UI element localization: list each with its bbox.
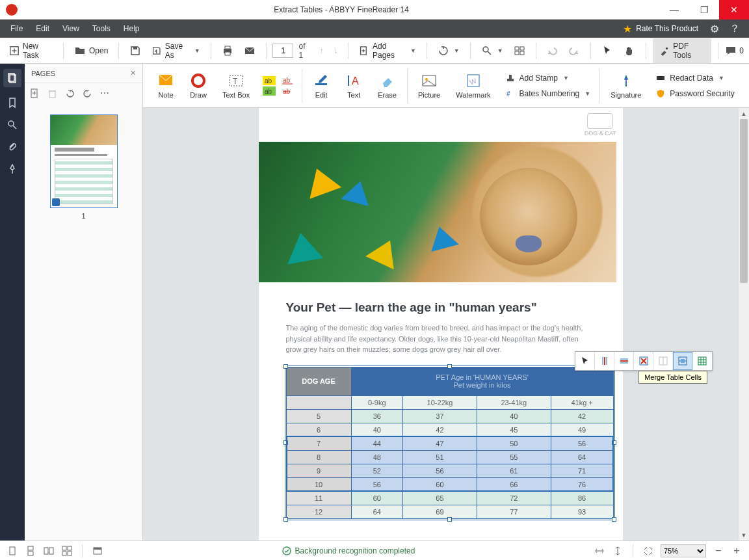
page-thumbnail[interactable]	[50, 114, 118, 208]
split-table-cells[interactable]	[653, 352, 673, 370]
underline-tool[interactable]: ab	[281, 76, 294, 85]
bookmarks-tab-icon[interactable]	[6, 96, 19, 109]
merge-table-cells[interactable]	[673, 352, 692, 370]
scroll-down-icon[interactable]: ▼	[739, 529, 749, 540]
menu-tools[interactable]: Tools	[86, 20, 117, 38]
pages-tab-icon[interactable]	[3, 69, 21, 87]
search-tab-icon[interactable]	[6, 118, 19, 131]
redact-data-button[interactable]: Redact Data▼	[653, 71, 737, 85]
table-pointer-tool[interactable]	[575, 352, 595, 370]
menu-help[interactable]: Help	[117, 20, 146, 38]
fit-width[interactable]	[594, 545, 605, 557]
view-two-page[interactable]	[43, 545, 55, 557]
svg-point-43	[425, 78, 428, 81]
svg-rect-46	[507, 79, 514, 81]
rotate-button[interactable]: ▼	[434, 42, 464, 59]
menu-edit[interactable]: Edit	[29, 20, 56, 38]
page-down-button[interactable]: ↓	[330, 44, 341, 58]
page-number-input[interactable]	[272, 44, 293, 58]
more-pages-icon[interactable]: ⋯	[100, 88, 109, 98]
rate-product[interactable]: ★Rate This Product	[616, 23, 705, 35]
view-single-page[interactable]	[7, 545, 18, 557]
bates-numbering-button[interactable]: #Bates Numbering▼	[503, 87, 594, 101]
maximize-button[interactable]: ❐	[689, 0, 719, 20]
menu-view[interactable]: View	[56, 20, 86, 38]
text-tool[interactable]: AText	[337, 64, 370, 107]
textbox-tool[interactable]: TText Box	[215, 64, 257, 107]
highlight-green[interactable]: ab	[263, 87, 276, 96]
pages-panel-close[interactable]: ✕	[130, 69, 136, 77]
close-button[interactable]: ✕	[719, 0, 749, 20]
pdf-tools-button[interactable]: PDF Tools	[653, 38, 711, 63]
svg-rect-78	[68, 552, 72, 555]
save-button[interactable]	[125, 42, 145, 59]
redo-button[interactable]	[564, 42, 584, 59]
select-table[interactable]	[692, 352, 712, 370]
highlight-tools: ab ab ab ab	[257, 73, 299, 98]
add-page-icon[interactable]	[30, 88, 40, 98]
pointer-tool[interactable]	[598, 42, 617, 59]
email-button[interactable]	[240, 42, 259, 59]
add-pages-button[interactable]: Add Pages▼	[355, 39, 420, 62]
svg-text:ab: ab	[283, 77, 291, 84]
signatures-tab-icon[interactable]	[6, 163, 19, 176]
erase-tool[interactable]: Erase	[370, 64, 404, 107]
svg-rect-72	[28, 552, 33, 555]
fit-page[interactable]	[612, 545, 624, 557]
svg-rect-80	[94, 548, 101, 550]
find-button[interactable]: ▼	[477, 42, 507, 59]
zoom-in[interactable]: +	[731, 545, 742, 557]
rotate-left-icon[interactable]	[65, 88, 75, 98]
print-button[interactable]	[218, 42, 237, 59]
pet-age-table: DOG AGE PET Age in 'HUMAN YEARS' Pet wei…	[286, 367, 614, 519]
draw-tool[interactable]: Draw	[182, 64, 215, 107]
menu-bar: File Edit View Tools Help ★Rate This Pro…	[0, 20, 749, 38]
save-as-button[interactable]: Save As▼	[148, 39, 204, 62]
highlight-yellow[interactable]: ab	[263, 76, 276, 85]
svg-rect-65	[698, 357, 706, 365]
strikethrough-tool[interactable]: ab	[281, 87, 294, 96]
add-stamp-button[interactable]: Add Stamp▼	[503, 71, 594, 85]
svg-text:A: A	[352, 75, 359, 87]
note-tool[interactable]: Note	[150, 64, 182, 107]
settings-icon[interactable]: ⚙	[705, 23, 724, 35]
vertical-scrollbar[interactable]: ▲ ▼	[738, 108, 749, 540]
rotate-right-icon[interactable]	[83, 88, 92, 98]
comments-button[interactable]: 0	[725, 45, 744, 57]
minimize-button[interactable]: —	[659, 0, 689, 20]
add-horizontal-separator[interactable]	[614, 352, 634, 370]
hand-tool[interactable]	[620, 42, 639, 59]
document-page[interactable]: DOG & CAT Your Pet — learn the age in "h…	[259, 108, 623, 540]
data-table-selection[interactable]: DOG AGE PET Age in 'HUMAN YEARS' Pet wei…	[286, 367, 614, 519]
scroll-up-icon[interactable]: ▲	[739, 108, 749, 119]
delete-separator[interactable]	[634, 352, 653, 370]
main-toolbar: New Task Open Save As▼ of 1 ↑ ↓ Add Page…	[0, 38, 749, 64]
view-two-continuous[interactable]	[61, 545, 73, 557]
edit-tool[interactable]: Edit	[305, 64, 337, 107]
watermark-tool[interactable]: WWatermark	[448, 64, 498, 107]
page-up-button[interactable]: ↑	[315, 44, 327, 58]
help-icon[interactable]: ？	[724, 22, 745, 36]
add-vertical-separator[interactable]	[595, 352, 614, 370]
actual-size[interactable]	[642, 545, 654, 557]
svg-rect-77	[62, 552, 66, 555]
picture-tool[interactable]: Picture	[410, 64, 448, 107]
svg-rect-14	[520, 47, 524, 50]
svg-text:ab: ab	[265, 77, 272, 85]
zoom-select[interactable]: 75%	[661, 544, 706, 557]
view-fullscreen[interactable]	[92, 545, 103, 557]
attachments-tab-icon[interactable]	[6, 140, 19, 153]
open-button[interactable]: Open	[70, 42, 112, 59]
organize-pages-button[interactable]	[510, 42, 529, 59]
delete-page-icon[interactable]	[47, 88, 57, 98]
menu-file[interactable]: File	[4, 20, 29, 38]
new-task-button[interactable]: New Task	[5, 39, 57, 62]
signature-tool[interactable]: Signature	[603, 64, 649, 107]
undo-button[interactable]	[542, 42, 562, 59]
zoom-out[interactable]: −	[713, 545, 724, 557]
password-security-button[interactable]: Password Security	[653, 87, 737, 101]
table-edit-toolbar	[575, 351, 713, 371]
svg-point-29	[192, 75, 204, 87]
view-continuous[interactable]	[25, 545, 36, 557]
svg-text:T: T	[233, 77, 238, 86]
